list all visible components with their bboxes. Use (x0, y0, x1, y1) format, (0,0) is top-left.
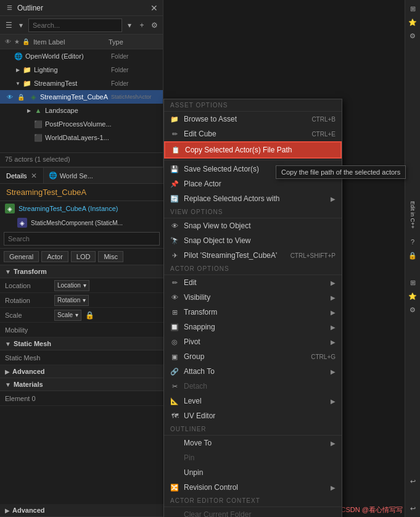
settings-btn[interactable]: ⚙ (149, 19, 159, 32)
right-undo-btn[interactable]: ↩ (406, 475, 419, 487)
location-control[interactable]: Location ▾ (54, 280, 159, 291)
right-question-btn[interactable]: ? (406, 236, 419, 248)
details-tabs: Details ✕ 🌐 World Se... (0, 168, 163, 184)
detail-tab-buttons: General Actor LOD Misc (0, 249, 163, 265)
right-gear-btn[interactable]: ⚙ (406, 304, 419, 316)
detail-actor-instance-row[interactable]: ◈ StreamingTest_CubeA (Instance) (0, 201, 163, 216)
ctx-transform[interactable]: ⊞ Transform ▶ (164, 305, 342, 320)
ctx-uv-editor[interactable]: 🗺 UV Editor (164, 408, 342, 423)
context-menu: ASSET OPTIONS 📁 Browse to Asset CTRL+B ✏… (163, 99, 342, 517)
lighting-type: Folder (111, 67, 160, 73)
rotation-label: Rotation (5, 297, 54, 304)
rotation-dropdown[interactable]: Rotation ▾ (54, 295, 89, 306)
ctx-visibility[interactable]: 👁 Visibility ▶ (164, 290, 342, 305)
component-icon: ◈ (17, 218, 27, 228)
ctx-revision[interactable]: 🔀 Revision Control ▶ (164, 480, 342, 495)
location-dropdown[interactable]: Location ▾ (54, 280, 89, 291)
attach-icon: 🔗 (170, 367, 179, 376)
ctx-level[interactable]: 📐 Level ▶ (164, 394, 342, 408)
tooltip-text: Copy the file path of the selected actor… (281, 168, 400, 176)
outliner-tab-close[interactable]: ✕ (150, 3, 158, 13)
pin-label: Pin (184, 453, 336, 462)
ctx-divider-1 (164, 160, 342, 160)
actor-instance-icon: ◈ (5, 204, 15, 213)
item-label-col[interactable]: Item Label (33, 38, 105, 46)
postprocess-label: PostProcessVolume... (45, 120, 160, 128)
detail-component-row[interactable]: ◈ StaticMeshComponent (StaticM... (0, 216, 163, 230)
advanced2-section-header[interactable]: ▶ Advanced (0, 504, 163, 517)
snapping-label: Snapping (184, 323, 326, 331)
pin-icon (170, 453, 179, 462)
tab-misc[interactable]: Misc (98, 251, 123, 262)
tree-item-worlddata[interactable]: ⬛ WorldDataLayers-1... (0, 131, 163, 144)
search-dropdown-btn[interactable]: ▾ (125, 19, 134, 32)
details-tab-world[interactable]: 🌐 World Se... (44, 168, 98, 183)
mobility-row: Mobility (0, 323, 163, 337)
right-undo2-btn[interactable]: ↩ (406, 502, 419, 515)
ctx-group[interactable]: ▣ Group CTRL+G (164, 349, 342, 364)
visibility-icon: 👁 (170, 293, 179, 302)
ctx-detach: ✂ Detach (164, 379, 342, 394)
ctx-header-outliner: OUTLINER (164, 423, 342, 436)
ctx-attach-to[interactable]: 🔗 Attach To ▶ (164, 364, 342, 379)
ctx-snap-view[interactable]: 👁 Snap View to Object (164, 218, 342, 233)
ctx-snap-object[interactable]: 🔭 Snap Object to View (164, 233, 342, 248)
ctx-header-asset: ASSET OPTIONS (164, 99, 342, 112)
scale-dropdown[interactable]: Scale ▾ (54, 310, 81, 321)
location-label: Location (5, 282, 54, 289)
right-btn-star[interactable]: ⭐ (406, 16, 419, 28)
level-label: Level (184, 397, 326, 405)
tree-item-cubea[interactable]: 👁 🔒 ◈ StreamingTest_CubeA StaticMeshActo… (0, 90, 163, 104)
tree-item-landscape[interactable]: ▶ ▲ Landscape (0, 104, 163, 117)
right-star-btn[interactable]: ⭐ (406, 290, 419, 302)
add-btn[interactable]: + (137, 19, 147, 32)
scale-control[interactable]: Scale ▾ 🔒 (54, 310, 159, 321)
tab-general[interactable]: General (4, 251, 39, 262)
world-tab-label: World Se... (60, 172, 93, 180)
ctx-pivot[interactable]: ◎ Pivot ▶ (164, 334, 342, 349)
ctx-move-to[interactable]: Move To ▶ (164, 436, 342, 450)
lock-col-icon: 🔒 (22, 38, 30, 46)
details-tab-details[interactable]: Details ✕ (0, 168, 44, 183)
details-search-input[interactable] (4, 232, 160, 246)
right-grid-btn[interactable]: ⊞ (406, 276, 419, 289)
advanced-section-header[interactable]: ▶ Advanced (0, 365, 163, 378)
ctx-snapping[interactable]: 🔲 Snapping ▶ (164, 320, 342, 334)
right-btn-1[interactable]: ⊞ (406, 2, 419, 15)
tree-item-postprocess[interactable]: ⬛ PostProcessVolume... (0, 117, 163, 131)
transform-section-header[interactable]: ▼ Transform (0, 265, 163, 278)
cubea-mesh-icon: ◈ (28, 92, 38, 102)
rotation-control[interactable]: Rotation ▾ (54, 295, 159, 306)
ctx-browse-asset[interactable]: 📁 Browse to Asset CTRL+B (164, 112, 342, 126)
lighting-arrow: ▶ (14, 67, 22, 73)
tooltip: Copy the file path of the selected actor… (276, 165, 406, 179)
unpin-icon (170, 468, 179, 477)
ctx-pilot[interactable]: ✈ Pilot 'StreamingTest_CubeA' CTRL+SHIFT… (164, 248, 342, 263)
static-mesh-section-header[interactable]: ▼ Static Mesh (0, 337, 163, 350)
right-btn-gear[interactable]: ⚙ (406, 30, 419, 42)
ctx-edit[interactable]: ✏ Edit ▶ (164, 275, 342, 290)
details-search-row (0, 230, 163, 249)
tab-actor[interactable]: Actor (41, 251, 68, 262)
browse-label: Browse to Asset (184, 115, 307, 123)
filter-btn[interactable]: ☰ (4, 19, 14, 32)
dropdown-btn[interactable]: ▾ (16, 19, 26, 32)
right-panel: ⊞ ⭐ ⚙ Edit in C++ ? 🔒 ⊞ ⭐ ⚙ ↩ ↩ (405, 0, 420, 517)
pivot-label: Pivot (184, 337, 326, 346)
right-lock-btn[interactable]: 🔒 (406, 249, 419, 262)
materials-section-header[interactable]: ▼ Materials (0, 378, 163, 391)
tree-item-lighting[interactable]: ▶ 📁 Lighting Folder (0, 63, 163, 77)
ctx-replace-actors[interactable]: 🔄 Replace Selected Actors with ▶ (164, 191, 342, 206)
details-title: StreamingTest_CubeA (0, 184, 163, 201)
ctx-edit-cube[interactable]: ✏ Edit Cube CTRL+E (164, 126, 342, 141)
edit-cpp-btn[interactable]: Edit in C++ (410, 201, 416, 229)
details-tab-close[interactable]: ✕ (31, 172, 37, 180)
scale-dropdown-arrow: ▾ (75, 312, 78, 318)
tree-item-openworld[interactable]: 🌐 OpenWorld (Editor) Folder (0, 49, 163, 63)
ctx-copy-file-path[interactable]: 📋 Copy Selected Actor(s) File Path (164, 141, 342, 159)
openworld-icon: 🌐 (14, 51, 23, 61)
outliner-search-input[interactable] (28, 19, 122, 32)
tree-item-streamingtest[interactable]: ▼ 📁 StreamingTest Folder (0, 77, 163, 90)
tab-lod[interactable]: LOD (71, 251, 96, 262)
ctx-unpin[interactable]: Unpin (164, 465, 342, 480)
